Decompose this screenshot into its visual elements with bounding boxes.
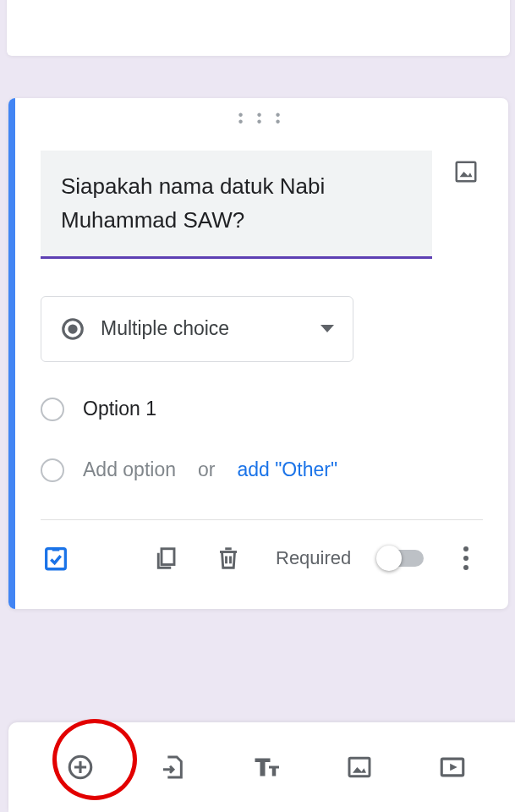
- radio-unchecked-icon: [41, 458, 64, 482]
- add-image-toolbar-button[interactable]: [346, 754, 373, 781]
- video-play-icon: [438, 753, 467, 782]
- radio-unchecked-icon: [41, 398, 64, 421]
- radio-selected-icon: [60, 316, 85, 342]
- question-type-dropdown[interactable]: Multiple choice: [41, 296, 353, 362]
- question-card: • • • • • • Siapakah nama datuk Nabi Muh…: [8, 98, 508, 609]
- add-title-button[interactable]: [251, 752, 282, 782]
- copy-icon: [153, 546, 178, 571]
- clipboard-check-icon: [41, 544, 70, 573]
- delete-button[interactable]: [208, 538, 249, 579]
- question-text[interactable]: Siapakah nama datuk Nabi Muhammad SAW?: [61, 169, 417, 238]
- plus-circle-icon: [66, 753, 95, 782]
- add-option-link[interactable]: Add option: [83, 458, 176, 481]
- trash-icon: [216, 546, 241, 571]
- add-image-button[interactable]: [449, 159, 483, 184]
- more-options-button[interactable]: [446, 538, 486, 579]
- add-option-row: Add option or add "Other": [41, 458, 483, 482]
- insert-toolbar: [8, 722, 515, 812]
- chevron-down-icon: [321, 325, 334, 332]
- svg-point-2: [68, 324, 77, 333]
- toggle-knob: [376, 546, 402, 571]
- svg-rect-6: [349, 758, 370, 776]
- required-label: Required: [276, 547, 351, 569]
- question-type-label: Multiple choice: [101, 317, 305, 340]
- image-icon: [346, 754, 373, 781]
- previous-question-card[interactable]: [7, 0, 510, 56]
- add-other-link[interactable]: add "Other": [237, 458, 337, 481]
- text-tt-icon: [251, 752, 282, 782]
- svg-rect-3: [47, 548, 66, 568]
- question-text-input[interactable]: Siapakah nama datuk Nabi Muhammad SAW?: [41, 151, 432, 259]
- file-import-icon: [160, 754, 187, 781]
- svg-rect-0: [457, 162, 476, 182]
- add-video-button[interactable]: [438, 753, 467, 782]
- import-questions-button[interactable]: [160, 754, 187, 781]
- option-row[interactable]: Option 1: [41, 398, 483, 421]
- image-icon: [453, 159, 479, 184]
- answer-key-button[interactable]: [36, 538, 76, 579]
- or-text: or: [198, 458, 215, 481]
- drag-handle-icon[interactable]: • • • • • •: [15, 98, 508, 125]
- required-toggle[interactable]: [378, 550, 424, 567]
- svg-rect-4: [162, 548, 174, 564]
- add-question-button[interactable]: [66, 753, 95, 782]
- selection-accent-bar: [8, 98, 15, 609]
- option-label[interactable]: Option 1: [83, 398, 156, 420]
- duplicate-button[interactable]: [145, 538, 186, 579]
